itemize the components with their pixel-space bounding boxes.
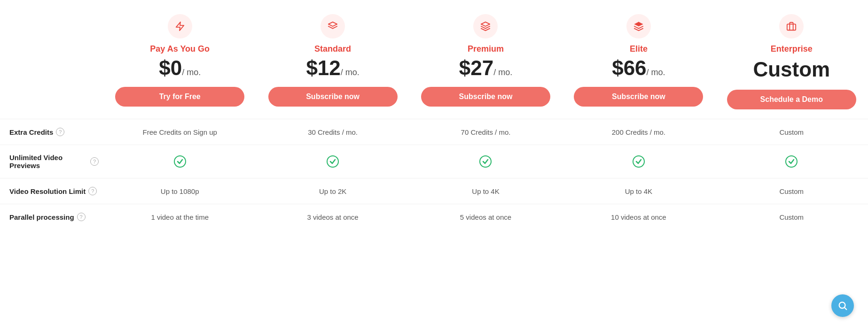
subscribe-elite-button[interactable]: Subscribe now: [574, 87, 703, 107]
pricing-wrapper: Pay As You Go $0/ mo. Try for Free Stand…: [0, 0, 868, 244]
svg-marker-2: [481, 22, 490, 26]
svg-rect-4: [787, 24, 796, 30]
svg-marker-3: [634, 22, 643, 26]
plan-icon-standard: [321, 14, 345, 38]
video-resolution-payasyougo: Up to 1080p: [103, 178, 256, 204]
try-for-free-button[interactable]: Try for Free: [115, 87, 244, 107]
svg-marker-0: [176, 22, 184, 31]
price-amount: $12: [306, 56, 340, 79]
parallel-processing-standard: 3 videos at once: [256, 204, 409, 230]
extra-credits-enterprise: Custom: [715, 119, 868, 145]
check-circle: [479, 155, 492, 168]
plan-name-standard: Standard: [314, 44, 351, 54]
plan-name-premium: Premium: [468, 44, 504, 54]
video-resolution-label: Video Resolution Limit: [9, 187, 86, 195]
checkmark-icon: [482, 158, 489, 165]
plan-icon-elite: [626, 14, 651, 38]
unlimited-video-previews-label-cell: Unlimited Video Previews ?: [0, 145, 103, 178]
video-resolution-standard: Up to 2K: [256, 178, 409, 204]
parallel-processing-label: Parallel processing: [9, 213, 74, 221]
plan-header-standard: Standard $12/ mo. Subscribe now: [256, 9, 409, 119]
price-amount: $27: [459, 56, 493, 79]
layers-icon: [328, 21, 338, 31]
plan-name-elite: Elite: [630, 44, 648, 54]
header-label-cell: [0, 9, 103, 119]
unlimited-video-preview-premium: [409, 145, 562, 178]
check-circle: [327, 155, 339, 168]
checkmark-icon: [635, 158, 642, 165]
price-period: / mo.: [182, 68, 201, 77]
plan-price-elite: $66/ mo.: [612, 58, 665, 78]
extra-credits-elite: 200 Credits / mo.: [562, 119, 715, 145]
checkmark-icon: [788, 158, 795, 165]
plan-header-premium: Premium $27/ mo. Subscribe now: [409, 9, 562, 119]
plan-header-enterprise: Enterprise Custom Schedule a Demo: [715, 9, 868, 119]
lightning-icon: [175, 21, 185, 31]
unlimited-video-preview-elite: [562, 145, 715, 178]
subscribe-standard-button[interactable]: Subscribe now: [268, 87, 398, 107]
plan-price-pay-as-you-go: $0/ mo.: [159, 58, 201, 78]
plan-price-enterprise: Custom: [753, 58, 830, 81]
svg-line-6: [845, 308, 846, 309]
plan-icon-enterprise: [779, 14, 804, 38]
unlimited-video-previews-label: Unlimited Video Previews: [9, 154, 87, 169]
plan-header-elite: Elite $66/ mo. Subscribe now: [562, 9, 715, 119]
plan-icon-pay-as-you-go: [168, 14, 192, 38]
schedule-demo-button[interactable]: Schedule a Demo: [727, 90, 856, 109]
check-circle: [174, 155, 186, 168]
extra-credits-payasyougo: Free Credits on Sign up: [103, 119, 256, 145]
check-circle: [633, 155, 645, 168]
plan-name-pay-as-you-go: Pay As You Go: [150, 44, 210, 54]
briefcase-icon: [786, 21, 797, 31]
unlimited-video-preview-standard: [256, 145, 409, 178]
price-period: / mo.: [647, 68, 665, 77]
extra-credits-standard: 30 Credits / mo.: [256, 119, 409, 145]
price-amount: $0: [159, 56, 182, 79]
video-resolution-label-cell: Video Resolution Limit ?: [0, 178, 103, 204]
extra-credits-premium: 70 Credits / mo.: [409, 119, 562, 145]
parallel-processing-label-cell: Parallel processing ?: [0, 204, 103, 230]
checkmark-icon: [177, 158, 183, 165]
video-resolution-help-icon[interactable]: ?: [88, 187, 97, 195]
parallel-processing-payasyougo: 1 video at the time: [103, 204, 256, 230]
unlimited-video-preview-payasyougo: [103, 145, 256, 178]
video-resolution-elite: Up to 4K: [562, 178, 715, 204]
price-period: / mo.: [341, 68, 360, 77]
layers-filled-icon: [480, 21, 491, 31]
price-period: / mo.: [493, 68, 512, 77]
parallel-processing-help-icon[interactable]: ?: [77, 213, 86, 221]
extra-credits-label: Extra Credits: [9, 128, 53, 136]
extra-credits-help-icon[interactable]: ?: [56, 128, 64, 136]
plan-price-standard: $12/ mo.: [306, 58, 359, 78]
extra-credits-label-cell: Extra Credits ?: [0, 119, 103, 145]
unlimited-video-preview-enterprise: [715, 145, 868, 178]
parallel-processing-elite: 10 videos at once: [562, 204, 715, 230]
plan-header-pay-as-you-go: Pay As You Go $0/ mo. Try for Free: [103, 9, 256, 119]
video-resolution-premium: Up to 4K: [409, 178, 562, 204]
parallel-processing-enterprise: Custom: [715, 204, 868, 230]
layers-stack-icon: [633, 21, 644, 31]
search-fab[interactable]: [831, 294, 854, 317]
unlimited-video-previews-help-icon[interactable]: ?: [90, 157, 99, 166]
checkmark-icon: [329, 158, 336, 165]
plan-icon-premium: [473, 14, 498, 38]
price-amount: $66: [612, 56, 646, 79]
pricing-table: Pay As You Go $0/ mo. Try for Free Stand…: [0, 9, 868, 230]
plan-price-premium: $27/ mo.: [459, 58, 512, 78]
svg-marker-1: [328, 22, 337, 26]
plan-name-enterprise: Enterprise: [771, 44, 813, 54]
video-resolution-enterprise: Custom: [715, 178, 868, 204]
search-icon: [837, 300, 848, 311]
check-circle: [785, 155, 798, 168]
subscribe-premium-button[interactable]: Subscribe now: [421, 87, 550, 107]
parallel-processing-premium: 5 videos at once: [409, 204, 562, 230]
